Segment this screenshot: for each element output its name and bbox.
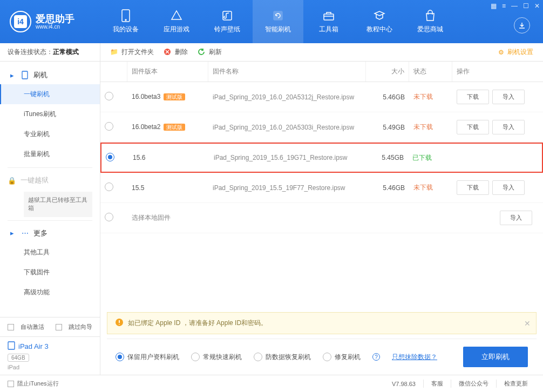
opt-normal[interactable]: 常规快速刷机 bbox=[191, 353, 242, 362]
menu-icon[interactable]: ≡ bbox=[502, 2, 506, 10]
open-folder-button[interactable]: 📁打开文件夹 bbox=[110, 48, 154, 57]
local-firmware-row[interactable]: 选择本地固件 导入 bbox=[100, 203, 543, 233]
opt-keep-data[interactable]: 保留用户资料刷机 bbox=[116, 353, 179, 362]
download-indicator[interactable] bbox=[514, 17, 530, 33]
window-controls: ▦ ≡ — ☐ ✕ bbox=[491, 2, 540, 10]
opt-anti-recovery[interactable]: 防数据恢复刷机 bbox=[254, 353, 311, 362]
minimize-button[interactable]: — bbox=[511, 2, 518, 10]
svg-rect-4 bbox=[324, 14, 334, 20]
firmware-size: 5.45GB bbox=[365, 154, 408, 161]
firmware-radio[interactable] bbox=[105, 92, 113, 100]
help-icon[interactable]: ? bbox=[372, 353, 380, 361]
firmware-name: iPad_Spring_2019_15.5_19F77_Restore.ipsw bbox=[208, 184, 366, 192]
download-button[interactable]: 下载 bbox=[457, 120, 489, 134]
firmware-size: 5.46GB bbox=[366, 93, 409, 101]
import-local-button[interactable]: 导入 bbox=[500, 211, 532, 225]
firmware-version: 16.0beta2测试版 bbox=[127, 123, 208, 131]
nav-my-device[interactable]: 我的设备 bbox=[100, 0, 151, 43]
apple-id-notice: 如已绑定 Apple ID ，请准备好 Apple ID和密码。 ✕ bbox=[107, 312, 537, 334]
nav-toolbox[interactable]: 工具箱 bbox=[303, 0, 354, 43]
firmware-status: 未下载 bbox=[409, 92, 452, 102]
main-content: 📁打开文件夹 删除 刷新 ⚙刷机设置 固件版本 固件名称 大小 状态 操作 16… bbox=[100, 43, 543, 375]
warning-icon bbox=[115, 318, 124, 328]
grid-icon[interactable]: ▦ bbox=[491, 2, 497, 10]
sidebar-item-itunes[interactable]: iTunes刷机 bbox=[0, 104, 100, 124]
nav-store[interactable]: 爱思商城 bbox=[405, 0, 456, 43]
firmware-status: 未下载 bbox=[409, 123, 452, 132]
sidebar-group-more[interactable]: ▸ ⋯ 更多 bbox=[0, 224, 100, 242]
footer: 阻止iTunes运行 V7.98.63 客服 微信公众号 检查更新 bbox=[0, 375, 543, 392]
firmware-status: 已下载 bbox=[408, 153, 451, 163]
firmware-name: iPad_Spring_2019_16.0_20A5303i_Restore.i… bbox=[208, 124, 366, 131]
auto-activate-checkbox[interactable] bbox=[8, 324, 14, 330]
firmware-row[interactable]: 15.6 iPad_Spring_2019_15.6_19G71_Restore… bbox=[100, 143, 543, 173]
local-firmware-radio[interactable] bbox=[105, 213, 113, 221]
flash-icon bbox=[272, 10, 284, 22]
jailbreak-note: 越狱工具已转移至工具箱 bbox=[24, 192, 92, 217]
sidebar-item-tools[interactable]: 其他工具 bbox=[0, 242, 100, 262]
sidebar-item-download[interactable]: 下载固件 bbox=[0, 262, 100, 282]
firmware-radio[interactable] bbox=[105, 122, 113, 131]
maximize-button[interactable]: ☐ bbox=[523, 2, 529, 10]
flash-options: 保留用户资料刷机 常规快速刷机 防数据恢复刷机 修复刷机 ? 只想抹除数据？ 立… bbox=[107, 339, 537, 375]
skip-guide-checkbox[interactable] bbox=[56, 324, 62, 330]
flash-settings-button[interactable]: ⚙刷机设置 bbox=[498, 48, 533, 57]
th-name: 固件名称 bbox=[208, 62, 366, 82]
nav-flash[interactable]: 智能刷机 bbox=[253, 0, 303, 43]
firmware-row[interactable]: 15.5 iPad_Spring_2019_15.5_19F77_Restore… bbox=[100, 173, 543, 203]
refresh-icon bbox=[198, 48, 206, 56]
firmware-list: 16.0beta3测试版 iPad_Spring_2019_16.0_20A53… bbox=[100, 82, 543, 203]
firmware-row[interactable]: 16.0beta3测试版 iPad_Spring_2019_16.0_20A53… bbox=[100, 82, 543, 112]
logo: i4 爱思助手 www.i4.cn bbox=[0, 11, 100, 32]
svg-rect-6 bbox=[8, 342, 15, 349]
lock-icon: 🔒 bbox=[8, 176, 16, 185]
erase-only-link[interactable]: 只想抹除数据？ bbox=[392, 353, 437, 362]
opt-repair[interactable]: 修复刷机 bbox=[323, 353, 361, 362]
firmware-size: 5.46GB bbox=[366, 184, 409, 192]
sidebar-group-jailbreak: 🔒 一键越狱 bbox=[0, 171, 100, 190]
close-button[interactable]: ✕ bbox=[534, 2, 540, 10]
nav-apps[interactable]: 应用游戏 bbox=[151, 0, 202, 43]
download-button[interactable]: 下载 bbox=[457, 180, 489, 195]
block-itunes-checkbox[interactable] bbox=[8, 381, 14, 387]
import-button[interactable]: 导入 bbox=[492, 120, 525, 134]
firmware-radio[interactable] bbox=[106, 153, 114, 161]
sidebar-item-advanced[interactable]: 高级功能 bbox=[0, 282, 100, 302]
sidebar-item-batch[interactable]: 批量刷机 bbox=[0, 144, 100, 164]
toolbar: 📁打开文件夹 删除 刷新 ⚙刷机设置 bbox=[100, 43, 543, 62]
device-type: iPad bbox=[8, 364, 92, 370]
svg-point-1 bbox=[125, 19, 126, 21]
notice-close-button[interactable]: ✕ bbox=[524, 319, 531, 328]
import-button[interactable]: 导入 bbox=[492, 90, 525, 104]
footer-update[interactable]: 检查更新 bbox=[496, 380, 535, 388]
auto-activate-label: 自动激活 bbox=[21, 323, 44, 331]
refresh-button[interactable]: 刷新 bbox=[198, 48, 222, 57]
firmware-name: iPad_Spring_2019_15.6_19G71_Restore.ipsw bbox=[209, 154, 365, 161]
flash-now-button[interactable]: 立即刷机 bbox=[463, 347, 528, 367]
firmware-row[interactable]: 16.0beta2测试版 iPad_Spring_2019_16.0_20A53… bbox=[100, 112, 543, 143]
device-storage: 64GB bbox=[8, 354, 29, 362]
music-icon bbox=[221, 10, 233, 22]
device-info[interactable]: iPad Air 3 64GB iPad bbox=[0, 336, 100, 375]
svg-rect-5 bbox=[22, 71, 28, 79]
sidebar-group-flash[interactable]: ▸ 刷机 bbox=[0, 66, 100, 84]
import-button[interactable]: 导入 bbox=[492, 180, 525, 195]
delete-button[interactable]: 删除 bbox=[164, 48, 188, 57]
sidebar-item-oneclick[interactable]: 一键刷机 bbox=[0, 84, 100, 104]
folder-icon: 📁 bbox=[110, 48, 118, 56]
footer-wechat[interactable]: 微信公众号 bbox=[451, 380, 496, 388]
block-itunes-label: 阻止iTunes运行 bbox=[17, 380, 59, 388]
store-icon bbox=[424, 10, 436, 22]
logo-subtitle: www.i4.cn bbox=[36, 24, 74, 30]
firmware-radio[interactable] bbox=[105, 183, 113, 191]
th-action: 操作 bbox=[452, 62, 543, 82]
nav-tutorials[interactable]: 教程中心 bbox=[354, 0, 405, 43]
nav-ringtones[interactable]: 铃声壁纸 bbox=[202, 0, 253, 43]
footer-support[interactable]: 客服 bbox=[423, 380, 451, 388]
flash-group-icon: ▸ bbox=[8, 71, 16, 79]
download-button[interactable]: 下载 bbox=[457, 90, 489, 104]
th-version: 固件版本 bbox=[127, 62, 208, 82]
sidebar-item-pro[interactable]: 专业刷机 bbox=[0, 124, 100, 144]
delete-icon bbox=[164, 48, 172, 56]
th-status: 状态 bbox=[409, 62, 452, 82]
